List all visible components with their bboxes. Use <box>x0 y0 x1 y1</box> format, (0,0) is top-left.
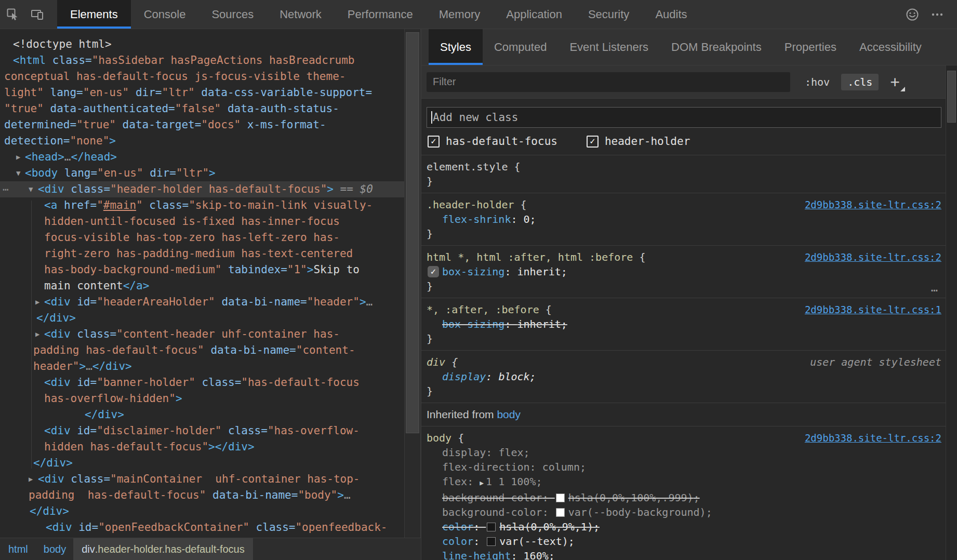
tab-computed[interactable]: Computed <box>483 29 559 65</box>
breadcrumb-item[interactable]: div.header-holder.has-default-focus <box>73 538 253 560</box>
tab-console[interactable]: Console <box>131 0 199 29</box>
dom-tree-node[interactable]: header">…</div> <box>0 358 404 375</box>
css-property[interactable]: line-height: 160%; <box>427 549 946 560</box>
stylesheet-link[interactable]: 2d9bb338.site-ltr.css:2 <box>805 197 941 212</box>
checkbox-icon[interactable]: ✓ <box>428 136 440 148</box>
dom-tree-node[interactable]: <div id="disclaimer-holder" class="has-o… <box>0 423 404 439</box>
tab-memory[interactable]: Memory <box>426 0 493 29</box>
breadcrumb-item[interactable]: body <box>44 538 66 560</box>
add-new-class-input[interactable]: Add new class <box>427 107 941 128</box>
dom-tree-node[interactable]: ▼<body lang="en-us" dir="ltr"> <box>0 165 404 181</box>
rule-selector[interactable]: html *, html :after, html :before {2d9bb… <box>427 250 946 264</box>
dom-tree-node[interactable]: hidden has-default-focus"></div> <box>0 439 404 455</box>
css-property[interactable]: display: block; <box>427 369 946 384</box>
checkbox-icon[interactable]: ✓ <box>587 136 599 148</box>
tab-accessibility[interactable]: Accessibility <box>848 29 933 65</box>
collapse-arrow-icon[interactable]: ▼ <box>16 165 20 181</box>
stylesheet-link[interactable]: 2d9bb338.site-ltr.css:2 <box>805 250 941 264</box>
dom-tree-node[interactable]: "true" data-authenticated="false" data-a… <box>0 101 404 117</box>
device-toolbar-icon[interactable] <box>25 0 50 29</box>
tab-network[interactable]: Network <box>267 0 335 29</box>
collapse-arrow-icon[interactable]: ▼ <box>29 181 33 197</box>
tab-dom-breakpoints[interactable]: DOM Breakpoints <box>660 29 773 65</box>
dom-tree-node[interactable]: </div> <box>0 455 404 471</box>
stylesheet-link[interactable]: 2d9bb338.site-ltr.css:2 <box>805 431 941 445</box>
dom-scrollbar[interactable] <box>404 29 421 538</box>
property-enabled-checkbox[interactable]: ✓ <box>428 266 439 277</box>
dom-tree-node[interactable]: </div> <box>0 407 404 423</box>
inspect-element-icon[interactable] <box>0 0 25 29</box>
css-property[interactable]: background-color: var(--body-background)… <box>427 505 946 519</box>
css-property[interactable]: color: var(--text); <box>427 534 946 549</box>
rule-selector[interactable]: *, :after, :before {2d9bb338.site-ltr.cs… <box>427 302 946 317</box>
dom-tree-node[interactable]: ⋯▼<div class="header-holder has-default-… <box>0 181 404 197</box>
dom-tree-node[interactable]: </div> <box>0 503 404 519</box>
expand-arrow-icon[interactable]: ▶ <box>16 149 20 165</box>
element-classes-button[interactable]: .cls <box>841 74 879 90</box>
rule-selector[interactable]: body {2d9bb338.site-ltr.css:2 <box>427 431 946 445</box>
styles-filter-input[interactable] <box>427 72 790 92</box>
feedback-smiley-icon[interactable] <box>900 7 925 22</box>
color-swatch[interactable] <box>556 508 565 517</box>
overflow-menu-icon[interactable] <box>925 7 950 22</box>
color-swatch[interactable] <box>487 523 496 531</box>
css-property[interactable]: background-color: hsla(0,0%,100%,.999); <box>427 490 946 505</box>
css-property[interactable]: display: flex; <box>427 445 946 460</box>
expand-arrow-icon[interactable]: ▶ <box>35 294 39 310</box>
dom-scrollbar-thumb[interactable] <box>406 32 419 433</box>
css-property[interactable]: flex-direction: column; <box>427 460 946 474</box>
expand-arrow-icon[interactable]: ▶ <box>29 471 33 487</box>
tab-security[interactable]: Security <box>575 0 642 29</box>
dom-tree-node[interactable]: detection="none"> <box>0 133 404 149</box>
dom-tree-node[interactable]: padding has-default-focus" data-bi-name=… <box>0 342 404 358</box>
dom-tree-node[interactable]: <a href="#main" class="skip-to-main-link… <box>0 197 404 214</box>
css-property[interactable]: color: hsla(0,0%,9%,1); <box>427 519 946 534</box>
dom-tree-node[interactable]: right-zero has-padding-medium has-text-c… <box>0 246 404 262</box>
dom-tree-node[interactable]: <html class="hasSidebar hasPageActions h… <box>0 52 404 69</box>
dom-tree-node[interactable]: <div id="openFeedbackContainer" class="o… <box>0 519 404 536</box>
dom-tree-node[interactable]: hidden-until-focused is-fixed has-inner-… <box>0 214 404 230</box>
dom-tree-node[interactable]: ▶<div id="headerAreaHolder" data-bi-name… <box>0 294 404 310</box>
class-toggle-header-holder[interactable]: ✓header-holder <box>587 135 690 148</box>
tab-styles[interactable]: Styles <box>429 29 483 65</box>
rule-selector[interactable]: .header-holder {2d9bb338.site-ltr.css:2 <box>427 197 946 212</box>
tab-sources[interactable]: Sources <box>198 0 267 29</box>
dom-tree-node[interactable]: ▶<div class="mainContainer uhf-container… <box>0 471 404 487</box>
dom-tree-node[interactable]: <!doctype html> <box>0 36 404 52</box>
color-swatch[interactable] <box>487 537 496 546</box>
dom-tree-node[interactable]: determined="true" data-target="docs" x-m… <box>0 117 404 133</box>
dom-tree-node[interactable]: focus-visible has-top-zero has-left-zero… <box>0 230 404 246</box>
expand-arrow-icon[interactable]: ▶ <box>35 326 39 342</box>
css-property[interactable]: flex: ▶1 1 100%; <box>427 474 946 490</box>
css-property[interactable]: ✓box-sizing: inherit; <box>427 264 946 279</box>
tab-application[interactable]: Application <box>493 0 575 29</box>
toggle-hover-state-button[interactable]: :hov <box>805 76 830 88</box>
styles-scrollbar[interactable] <box>946 65 957 560</box>
rule-selector[interactable]: element.style { <box>427 159 946 174</box>
css-property[interactable]: box-sizing: inherit; <box>427 317 946 331</box>
styles-scrollbar-thumb[interactable] <box>947 71 956 123</box>
inherited-node-link[interactable]: body <box>497 408 521 420</box>
breadcrumb-item[interactable]: html <box>8 538 28 560</box>
rule-selector[interactable]: div {user agent stylesheet <box>427 355 946 369</box>
tab-event-listeners[interactable]: Event Listeners <box>558 29 660 65</box>
dom-tree-node[interactable]: has-body-background-medium" tabindex="1"… <box>0 262 404 278</box>
dom-tree-node[interactable]: ▶<head>…</head> <box>0 149 404 165</box>
class-toggle-has-default-focus[interactable]: ✓has-default-focus <box>428 135 557 148</box>
dom-tree-node[interactable]: has-overflow-hidden"> <box>0 391 404 407</box>
rule-more-actions-icon[interactable]: ⋯ <box>931 284 938 297</box>
dom-tree-node[interactable]: main content</a> <box>0 278 404 294</box>
tab-audits[interactable]: Audits <box>642 0 700 29</box>
dom-tree-node[interactable]: padding has-default-focus" data-bi-name=… <box>0 487 404 503</box>
dom-tree-node[interactable]: conceptual has-default-focus js-focus-vi… <box>0 69 404 85</box>
dom-tree-node[interactable]: light" lang="en-us" dir="ltr" data-css-v… <box>0 85 404 101</box>
stylesheet-link[interactable]: 2d9bb338.site-ltr.css:1 <box>805 302 941 317</box>
node-menu-dots-icon[interactable]: ⋯ <box>3 181 9 197</box>
dom-tree-node[interactable]: </div> <box>0 310 404 326</box>
tab-properties[interactable]: Properties <box>773 29 848 65</box>
css-property[interactable]: flex-shrink: 0; <box>427 212 946 226</box>
color-swatch[interactable] <box>556 494 565 502</box>
dom-tree-node[interactable]: <div id="banner-holder" class="has-defau… <box>0 375 404 391</box>
expand-shorthand-icon[interactable]: ▶ <box>480 479 484 487</box>
new-style-rule-button[interactable]: + <box>890 77 905 87</box>
